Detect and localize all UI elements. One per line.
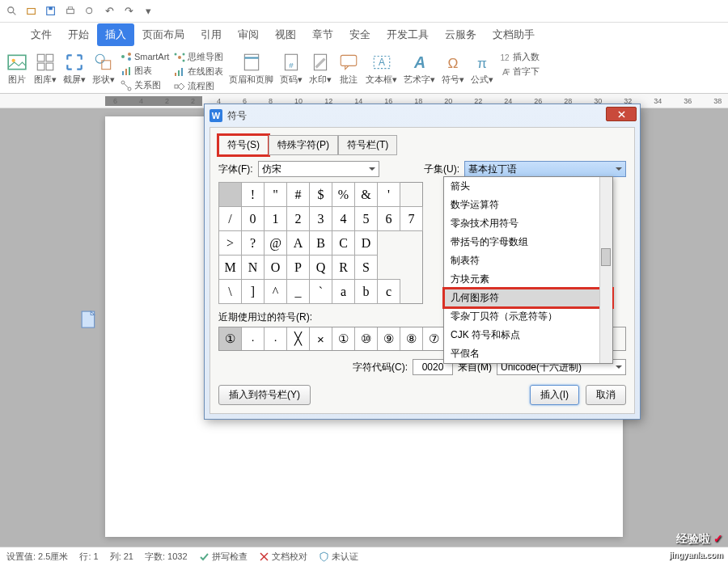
symbol-cell[interactable]: C: [332, 231, 355, 256]
symbol-cell[interactable]: !: [242, 183, 265, 207]
symbol-cell[interactable]: S: [355, 256, 378, 280]
recent-symbol-cell[interactable]: ①: [219, 327, 242, 350]
dropdown-scrollbar[interactable]: [599, 177, 612, 363]
search-icon[interactable]: [3, 2, 21, 20]
recent-symbol-cell[interactable]: ⑦: [423, 327, 446, 350]
insert-button[interactable]: 插入(I): [530, 385, 579, 405]
recent-symbol-cell[interactable]: ×: [310, 327, 332, 350]
symbol-cell[interactable]: 6: [378, 207, 400, 231]
ribbon-mindmap[interactable]: 思维导图: [171, 50, 226, 64]
ribbon-textbox[interactable]: A文本框▾: [362, 50, 400, 87]
symbol-grid[interactable]: !"#$%&'/01234567>?@ABCDMNOPQRS\]^_`abc: [218, 182, 423, 304]
symbol-cell[interactable]: 4: [332, 207, 355, 231]
symbol-cell[interactable]: M: [219, 256, 242, 280]
symbol-cell[interactable]: b: [355, 280, 378, 304]
recent-symbol-cell[interactable]: ①: [332, 327, 355, 350]
symbol-cell[interactable]: /: [219, 207, 242, 231]
symbol-cell[interactable]: `: [310, 280, 332, 304]
status-proofread[interactable]: 文档校对: [259, 551, 307, 563]
menu-view[interactable]: 视图: [267, 23, 304, 46]
menu-review[interactable]: 审阅: [230, 23, 267, 46]
symbol-cell[interactable]: >: [219, 231, 242, 256]
symbol-cell[interactable]: 0: [242, 207, 265, 231]
redo-icon[interactable]: ↷: [120, 2, 138, 20]
symbol-cell[interactable]: a: [332, 280, 355, 304]
symbol-cell[interactable]: D: [355, 231, 378, 256]
symbol-cell[interactable]: Q: [310, 256, 332, 280]
symbol-cell[interactable]: \: [219, 280, 242, 304]
save-icon[interactable]: [42, 2, 60, 20]
menu-dochelper[interactable]: 文档助手: [485, 23, 543, 46]
symbol-cell[interactable]: B: [310, 231, 332, 256]
recent-symbol-cell[interactable]: ·: [265, 327, 287, 350]
ribbon-smartart[interactable]: SmartArt: [118, 50, 171, 63]
symbol-cell[interactable]: [219, 183, 242, 207]
ribbon-chart[interactable]: 图表: [118, 64, 171, 78]
ribbon-firstline[interactable]: A首字下: [497, 65, 542, 78]
menu-start[interactable]: 开始: [60, 23, 97, 46]
symbol-cell[interactable]: 1: [265, 207, 287, 231]
close-button[interactable]: [606, 107, 637, 121]
symbol-cell[interactable]: R: [332, 256, 355, 280]
status-setting[interactable]: 设置值: 2.5厘米: [6, 551, 68, 563]
menu-references[interactable]: 引用: [193, 23, 230, 46]
ribbon-screenshot[interactable]: 截屏▾: [60, 50, 89, 87]
status-col[interactable]: 列: 21: [110, 551, 133, 563]
subset-combo[interactable]: 基本拉丁语: [464, 161, 626, 177]
ribbon-flowchart[interactable]: 流程图: [171, 79, 226, 93]
ribbon-onlinechart[interactable]: 在线图表: [171, 65, 226, 78]
ribbon-picture[interactable]: 图片: [3, 50, 31, 87]
symbol-cell[interactable]: @: [265, 231, 287, 256]
dropdown-icon[interactable]: ▾: [139, 2, 157, 20]
menu-chapter[interactable]: 章节: [304, 23, 341, 46]
dropdown-item[interactable]: 零杂丁贝符（示意符等）: [444, 307, 612, 326]
status-auth[interactable]: 未认证: [319, 551, 358, 563]
dropdown-item[interactable]: 制表符: [444, 251, 612, 270]
symbol-cell[interactable]: N: [242, 256, 265, 280]
symbol-cell[interactable]: 5: [355, 207, 378, 231]
recent-symbol-cell[interactable]: ⑧: [400, 327, 423, 350]
status-wordcount[interactable]: 字数: 1032: [145, 551, 188, 563]
recent-symbol-cell[interactable]: ╳: [287, 327, 310, 350]
symbol-cell[interactable]: ]: [242, 280, 265, 304]
dropdown-item[interactable]: 零杂技术用符号: [444, 214, 612, 233]
ribbon-insertnum[interactable]: 12插入数: [497, 50, 542, 64]
ribbon-comment[interactable]: 批注: [335, 50, 362, 87]
symbol-cell[interactable]: ': [378, 183, 400, 207]
ribbon-shapes[interactable]: 形状▾: [89, 50, 118, 87]
print-icon[interactable]: [61, 2, 79, 20]
symbol-cell[interactable]: 2: [287, 207, 310, 231]
recent-symbol-cell[interactable]: ⑨: [378, 327, 400, 350]
menu-layout[interactable]: 页面布局: [134, 23, 193, 46]
ribbon-formula[interactable]: π公式▾: [468, 50, 497, 87]
symbol-cell[interactable]: 7: [400, 207, 423, 231]
dropdown-item[interactable]: 方块元素: [444, 270, 612, 289]
ribbon-gallery[interactable]: 图库▾: [31, 50, 60, 87]
dropdown-item[interactable]: 数学运算符: [444, 196, 612, 214]
undo-icon[interactable]: ↶: [100, 2, 118, 20]
symbol-cell[interactable]: &: [355, 183, 378, 207]
ribbon-watermark[interactable]: 水印▾: [306, 50, 335, 87]
menu-security[interactable]: 安全: [341, 23, 379, 46]
symbol-cell[interactable]: c: [378, 280, 400, 304]
dropdown-item[interactable]: 带括号的字母数组: [444, 233, 612, 251]
symbol-cell[interactable]: #: [287, 183, 310, 207]
symbol-cell[interactable]: ^: [265, 280, 287, 304]
ribbon-symbol[interactable]: Ω符号▾: [438, 50, 468, 87]
insert-to-bar-button[interactable]: 插入到符号栏(Y): [218, 385, 311, 405]
status-row[interactable]: 行: 1: [79, 551, 98, 563]
symbol-cell[interactable]: A: [287, 231, 310, 256]
symbol-cell[interactable]: %: [332, 183, 355, 207]
ribbon-relation[interactable]: 关系图: [118, 78, 171, 92]
symbol-cell[interactable]: $: [310, 183, 332, 207]
symbol-cell[interactable]: ?: [242, 231, 265, 256]
menu-cloud[interactable]: 云服务: [437, 23, 485, 46]
open-icon[interactable]: [23, 2, 40, 20]
symbol-cell[interactable]: 3: [310, 207, 332, 231]
scrollbar-thumb[interactable]: [601, 248, 611, 266]
preview-icon[interactable]: [81, 2, 99, 20]
dropdown-item[interactable]: 几何图形符: [444, 289, 612, 307]
ribbon-pagenum[interactable]: #页码▾: [277, 50, 306, 87]
symbol-cell[interactable]: P: [287, 256, 310, 280]
ribbon-wordart[interactable]: A艺术字▾: [400, 50, 438, 87]
